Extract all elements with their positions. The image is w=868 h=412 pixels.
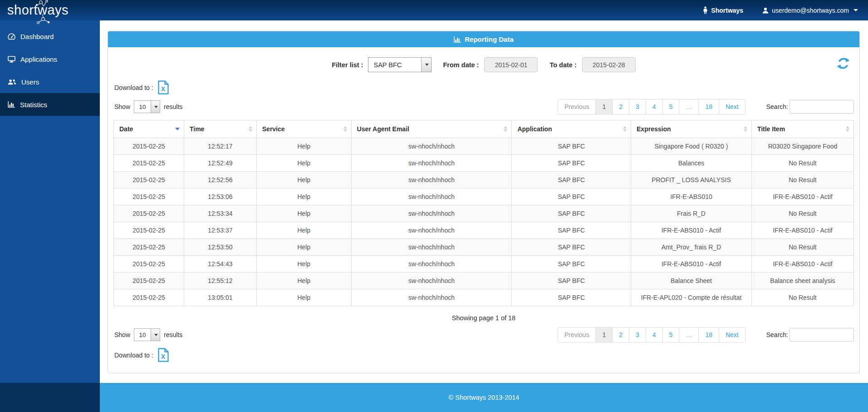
filter-list-value: SAP BFC <box>368 58 421 72</box>
page-size-select[interactable]: 10 <box>134 328 160 341</box>
pagination-page-button[interactable]: 1 <box>595 327 613 343</box>
product-link[interactable]: Shortways <box>703 6 743 14</box>
table-cell: sw-nhoch/nhoch <box>351 239 512 256</box>
to-date-input[interactable]: 2015-02-28 <box>582 57 636 72</box>
table-cell: 12:53:37 <box>184 222 256 239</box>
pagination-previous-button[interactable]: Previous <box>558 327 596 343</box>
pagination: Previous12345…18Next <box>558 99 745 114</box>
users-icon <box>8 79 16 85</box>
table-row: 2015-02-2512:53:06Helpsw-nhoch/nhochSAP … <box>114 189 854 205</box>
table-cell: 13:05:01 <box>184 289 256 306</box>
table-cell: 2015-02-25 <box>114 222 184 239</box>
user-menu[interactable]: userdemo@shortways.com <box>762 7 858 14</box>
pagination-page-button[interactable]: 2 <box>612 327 629 343</box>
table-cell: IFR-E-ABS010 - Actif <box>751 222 853 239</box>
page-footer: © Shortways 2013-2014 <box>100 383 868 412</box>
pagination-page-button[interactable]: 4 <box>646 99 663 114</box>
table-cell: IFR-E-ABS010 - Actif <box>631 222 752 239</box>
table-cell: SAP BFC <box>512 239 631 256</box>
sidebar-item-dashboard[interactable]: Dashboard <box>0 25 100 48</box>
search-input[interactable] <box>790 100 854 114</box>
user-email: userdemo@shortways.com <box>772 7 849 14</box>
pagination-next-button[interactable]: Next <box>719 327 745 343</box>
table-cell: IFR-E-ABS010 <box>631 189 752 205</box>
filter-row: Filter list : SAP BFC From date : 2015-0… <box>113 57 854 72</box>
table-cell: SAP BFC <box>512 189 631 205</box>
table-row: 2015-02-2513:05:01Helpsw-nhoch/nhochSAP … <box>114 289 854 306</box>
table-cell: Help <box>256 222 351 239</box>
sort-icon <box>249 126 252 132</box>
pagination-page-button[interactable]: 2 <box>612 99 629 114</box>
download-row-top: Download to : X <box>114 80 854 94</box>
search-input[interactable] <box>790 328 854 342</box>
page-summary: Showing page 1 of 18 <box>113 314 854 322</box>
pagination-previous-button[interactable]: Previous <box>558 99 596 114</box>
filter-list-label: Filter list : <box>332 61 363 69</box>
table-controls-top: Show 10 results Previous12345…18Next Sea… <box>114 99 854 114</box>
search-group: Search: <box>766 328 854 342</box>
table-cell: SAP BFC <box>512 289 631 306</box>
table-cell: No Result <box>751 205 853 222</box>
table-header-row: DateTimeServiceUser Agent EmailApplicati… <box>114 120 854 138</box>
show-label: Show <box>114 103 130 110</box>
column-header-label: Application <box>517 125 552 133</box>
sidebar-item-users[interactable]: Users <box>0 70 100 93</box>
column-header-application[interactable]: Application <box>512 120 631 138</box>
logo[interactable]: shortways <box>7 3 69 18</box>
table-cell: Help <box>256 155 351 172</box>
excel-download-button[interactable]: X <box>157 80 169 94</box>
table-row: 2015-02-2512:54:43Helpsw-nhoch/nhochSAP … <box>114 256 854 273</box>
from-date-input[interactable]: 2015-02-01 <box>484 57 538 72</box>
sidebar-item-statistics[interactable]: Statistics <box>0 93 100 116</box>
pagination-page-button[interactable]: 5 <box>662 99 680 114</box>
column-header-time[interactable]: Time <box>184 120 256 138</box>
column-header-label: Title Item <box>757 125 785 133</box>
svg-text:X: X <box>161 353 165 360</box>
pagination-next-button[interactable]: Next <box>719 99 745 114</box>
table-cell: No Result <box>751 239 853 256</box>
column-header-expression[interactable]: Expression <box>631 120 752 138</box>
bar-chart-icon <box>454 36 461 43</box>
table-cell: Balance Sheet <box>631 273 752 289</box>
excel-download-button[interactable]: X <box>157 348 169 362</box>
column-header-service[interactable]: Service <box>256 120 351 138</box>
table-row: 2015-02-2512:53:37Helpsw-nhoch/nhochSAP … <box>114 222 854 239</box>
table-cell: IFR-E-ABS010 - Actif <box>631 256 752 273</box>
table-cell: 2015-02-25 <box>114 189 184 205</box>
table-cell: 12:52:17 <box>184 138 256 155</box>
caret-down-icon <box>853 9 858 11</box>
table-row: 2015-02-2512:52:56Helpsw-nhoch/nhochSAP … <box>114 172 854 189</box>
refresh-button[interactable] <box>836 56 850 72</box>
logo-text: shortways <box>7 3 69 17</box>
column-header-label: User Agent Email <box>357 125 409 133</box>
pagination-page-button[interactable]: 5 <box>662 327 680 343</box>
filter-list-select[interactable]: SAP BFC <box>368 57 432 72</box>
pagination-page-button[interactable]: 3 <box>629 99 646 114</box>
results-label: results <box>164 103 182 110</box>
table-controls-bottom: Show 10 results Previous12345…18Next Sea… <box>114 327 854 343</box>
table-cell: Amt_Prov_ frais R_D <box>631 239 752 256</box>
table-cell: 12:52:49 <box>184 155 256 172</box>
sidebar-nav: DashboardApplicationsUsersStatistics <box>0 20 100 383</box>
table-cell: 12:53:06 <box>184 189 256 205</box>
page-size-select[interactable]: 10 <box>134 100 160 113</box>
pagination-page-button[interactable]: 4 <box>646 327 663 343</box>
column-header-date[interactable]: Date <box>114 120 184 138</box>
pagination-page-button[interactable]: 1 <box>595 99 613 114</box>
table-cell: sw-nhoch/nhoch <box>351 273 512 289</box>
sidebar-item-applications[interactable]: Applications <box>0 48 100 70</box>
sidebar-item-label: Statistics <box>20 101 47 109</box>
table-cell: sw-nhoch/nhoch <box>351 289 512 306</box>
reporting-panel: Reporting Data Filter list : SAP BFC Fro… <box>108 31 860 373</box>
desktop-icon <box>8 56 15 63</box>
pagination-page-button[interactable]: 18 <box>698 327 719 343</box>
column-header-label: Time <box>190 125 204 133</box>
column-header-title-item[interactable]: Title Item <box>751 120 853 138</box>
pagination-page-button[interactable]: 18 <box>698 99 719 114</box>
table-cell: No Result <box>751 155 853 172</box>
table-cell: IFR-E-APL020 - Compte de résultat <box>631 289 752 306</box>
select-arrow-icon <box>421 58 431 72</box>
bar-chart-icon <box>8 101 15 108</box>
pagination-page-button[interactable]: 3 <box>629 327 646 343</box>
column-header-user-agent-email[interactable]: User Agent Email <box>351 120 512 138</box>
